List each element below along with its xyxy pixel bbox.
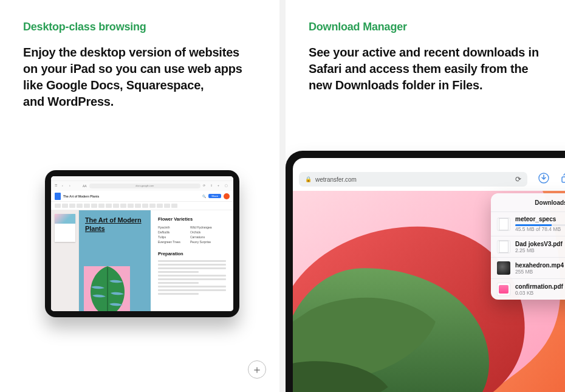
url-field[interactable]: 🔒 wetransfer.com ⟳ bbox=[299, 172, 527, 187]
fmt-icon[interactable] bbox=[91, 204, 97, 208]
variety: Wild Hydrangea bbox=[190, 225, 212, 229]
download-sub: 255 MB bbox=[515, 269, 565, 275]
forward-icon[interactable]: › bbox=[69, 184, 74, 188]
page-thumb[interactable] bbox=[55, 214, 75, 242]
svg-rect-1 bbox=[562, 177, 565, 182]
sidebar-icon[interactable]: ☰ bbox=[55, 184, 60, 188]
fmt-icon[interactable] bbox=[106, 204, 112, 208]
file-thumb-icon bbox=[497, 218, 510, 231]
feature-title: Desktop-class browsing bbox=[23, 21, 256, 33]
popover-title: Downloads bbox=[535, 199, 565, 206]
paragraph-placeholder bbox=[158, 260, 226, 273]
outline-pane[interactable] bbox=[51, 210, 79, 311]
ipad-screen: 100% 🔒 wetransfer.com ⟳ ＋ bbox=[293, 158, 565, 392]
download-name: confirmation.pdf bbox=[515, 283, 565, 290]
hero-panel: The Art of Modern Plants bbox=[79, 210, 151, 311]
plus-icon: ＋ bbox=[252, 362, 262, 377]
hero-title: The Art of Modern Plants bbox=[85, 216, 145, 233]
download-name: meteor_specs bbox=[515, 216, 565, 222]
ipad-screen: ☰ ‹ › AA docs.google.com ⟳ ⇪ + ▢ The Art… bbox=[51, 176, 233, 311]
download-name: Dad jokesV3.pdf bbox=[515, 241, 565, 247]
download-name: hexahedron.mp4 bbox=[515, 262, 565, 269]
variety: Carnations bbox=[190, 235, 212, 239]
paragraph-placeholder bbox=[158, 275, 226, 284]
new-tab-icon[interactable]: + bbox=[217, 184, 222, 188]
fmt-icon[interactable] bbox=[157, 204, 163, 208]
download-meta: Dad jokesV3.pdf 2.25 MB bbox=[515, 241, 565, 253]
docs-header: The Art of Modern Plants 🔍 Share bbox=[51, 191, 233, 202]
download-item[interactable]: hexahedron.mp4 255 MB 🔍 bbox=[491, 257, 565, 278]
share-button[interactable]: Share bbox=[208, 194, 221, 198]
safari-toolbar: 🔒 wetransfer.com ⟳ ＋ bbox=[293, 170, 565, 188]
feature-desc: See your active and recent downloads in … bbox=[309, 44, 542, 94]
variety: Orchids bbox=[190, 230, 212, 234]
fmt-icon[interactable] bbox=[98, 204, 104, 208]
url-text: wetransfer.com bbox=[315, 176, 357, 183]
fmt-icon[interactable] bbox=[77, 204, 83, 208]
download-sub: 0.03 KB bbox=[515, 290, 565, 296]
monstera-leaf-icon bbox=[86, 265, 129, 311]
variety: Tulips bbox=[158, 235, 180, 239]
back-icon[interactable]: ‹ bbox=[62, 184, 67, 188]
download-item[interactable]: meteor_specs 45.5 MB of 78.4 MB ✕ 🔍 bbox=[491, 211, 565, 236]
ipad-mock-browsing: ☰ ‹ › AA docs.google.com ⟳ ⇪ + ▢ The Art… bbox=[45, 170, 239, 317]
doc-body: The Art of Modern Plants Flower Varietie… bbox=[51, 210, 233, 311]
feature-title: Download Manager bbox=[309, 21, 542, 33]
fmt-icon[interactable] bbox=[113, 204, 119, 208]
fmt-icon[interactable] bbox=[69, 204, 75, 208]
file-thumb-icon bbox=[497, 283, 510, 296]
format-toolbar bbox=[51, 202, 233, 210]
fmt-icon[interactable] bbox=[164, 204, 170, 208]
status-bar bbox=[51, 176, 233, 181]
account-avatar-icon[interactable] bbox=[224, 193, 230, 199]
download-item[interactable]: confirmation.pdf 0.03 KB 🔍 bbox=[491, 278, 565, 300]
download-meta: confirmation.pdf 0.03 KB bbox=[515, 283, 565, 296]
section-heading: Flower Varieties bbox=[158, 216, 226, 222]
feature-card-browsing: Desktop-class browsing Enjoy the desktop… bbox=[0, 0, 279, 392]
popover-header: Downloads Clear bbox=[491, 193, 565, 211]
share-icon[interactable] bbox=[560, 173, 565, 186]
feature-desc: Enjoy the desktop version of websites on… bbox=[23, 44, 256, 110]
paragraph-placeholder bbox=[158, 286, 226, 295]
text-panel: Flower Varieties Hyacinth Daffodils Tuli… bbox=[151, 210, 233, 311]
text-size-icon[interactable]: AA bbox=[83, 184, 87, 188]
fmt-icon[interactable] bbox=[128, 204, 134, 208]
reload-icon[interactable]: ⟳ bbox=[515, 175, 521, 184]
fmt-icon[interactable] bbox=[149, 204, 156, 208]
search-icon[interactable]: 🔍 bbox=[202, 194, 206, 198]
feature-card-downloads: Download Manager See your active and rec… bbox=[286, 0, 565, 392]
page: The Art of Modern Plants Flower Varietie… bbox=[79, 210, 233, 311]
fmt-icon[interactable] bbox=[55, 204, 61, 208]
download-meta: meteor_specs 45.5 MB of 78.4 MB bbox=[515, 216, 565, 232]
download-sub: 2.25 MB bbox=[515, 247, 565, 253]
variety: Evergreen Trees bbox=[158, 240, 180, 244]
section-heading: Preparation bbox=[158, 251, 226, 256]
downloads-icon[interactable] bbox=[538, 173, 549, 186]
varieties-list: Hyacinth Daffodils Tulips Evergreen Tree… bbox=[158, 225, 226, 245]
variety: Hyacinth bbox=[158, 225, 180, 229]
url-field[interactable]: docs.google.com bbox=[89, 184, 200, 188]
download-item[interactable]: Dad jokesV3.pdf 2.25 MB 🔍 bbox=[491, 236, 565, 257]
fmt-icon[interactable] bbox=[135, 204, 141, 208]
file-thumb-icon bbox=[497, 240, 510, 253]
fmt-icon[interactable] bbox=[171, 204, 177, 208]
google-doc-icon bbox=[55, 193, 61, 200]
reload-icon[interactable]: ⟳ bbox=[203, 184, 208, 188]
browser-toolbar: ☰ ‹ › AA docs.google.com ⟳ ⇪ + ▢ bbox=[51, 181, 233, 191]
variety: Daffodils bbox=[158, 230, 180, 234]
fmt-icon[interactable] bbox=[62, 204, 68, 208]
doc-title: The Art of Modern Plants bbox=[63, 194, 99, 198]
downloads-popover: Downloads Clear meteor_specs 45.5 MB of … bbox=[491, 193, 565, 300]
lock-icon: 🔒 bbox=[305, 176, 312, 182]
tabs-icon[interactable]: ▢ bbox=[225, 184, 230, 188]
file-thumb-icon bbox=[497, 261, 510, 275]
download-meta: hexahedron.mp4 255 MB bbox=[515, 262, 565, 275]
fmt-icon[interactable] bbox=[84, 204, 90, 208]
variety: Peony Surprise bbox=[190, 240, 212, 244]
fmt-icon[interactable] bbox=[142, 204, 148, 208]
expand-button[interactable]: ＋ bbox=[248, 360, 266, 379]
download-sub: 45.5 MB of 78.4 MB bbox=[515, 226, 565, 232]
fmt-icon[interactable] bbox=[120, 204, 126, 208]
share-icon[interactable]: ⇪ bbox=[210, 184, 215, 188]
ipad-mock-downloads: 100% 🔒 wetransfer.com ⟳ ＋ bbox=[286, 151, 565, 392]
